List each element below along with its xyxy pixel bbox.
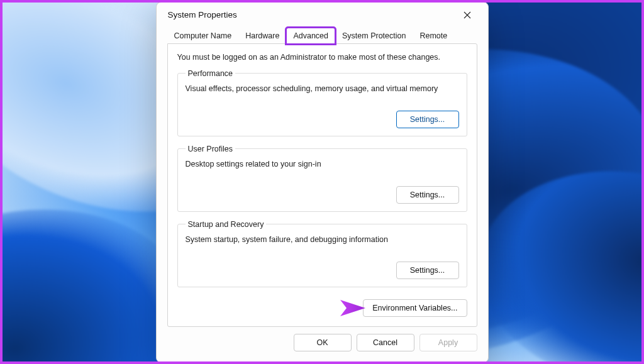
tab-strip: Computer Name Hardware Advanced System P… (167, 28, 477, 44)
environment-variables-button[interactable]: Environment Variables... (363, 299, 467, 317)
tab-system-protection[interactable]: System Protection (335, 28, 413, 44)
close-button[interactable] (453, 5, 482, 25)
startup-recovery-group: Startup and Recovery System startup, sys… (177, 220, 467, 287)
dialog-title: System Properties (168, 10, 453, 19)
user-profiles-legend: User Profiles (186, 145, 236, 153)
tab-remote[interactable]: Remote (413, 28, 454, 44)
user-profiles-desc: Desktop settings related to your sign-in (186, 160, 459, 168)
user-profiles-group: User Profiles Desktop settings related t… (177, 145, 467, 212)
dialog-footer: OK Cancel Apply (157, 329, 488, 362)
system-properties-dialog: System Properties Computer Name Hardware… (156, 2, 489, 363)
close-icon (464, 11, 471, 19)
startup-recovery-legend: Startup and Recovery (186, 220, 267, 229)
titlebar: System Properties (157, 3, 488, 28)
cancel-button[interactable]: Cancel (357, 334, 414, 351)
tab-hardware[interactable]: Hardware (238, 28, 286, 44)
ok-button[interactable]: OK (294, 334, 352, 351)
svg-marker-3 (340, 300, 365, 316)
tab-computer-name[interactable]: Computer Name (167, 28, 239, 44)
tab-advanced[interactable]: Advanced (286, 28, 335, 44)
performance-desc: Visual effects, processor scheduling, me… (186, 84, 459, 93)
annotation-arrow-icon (260, 297, 367, 319)
startup-recovery-settings-button[interactable]: Settings... (396, 262, 459, 279)
performance-legend: Performance (186, 69, 236, 78)
apply-button[interactable]: Apply (419, 334, 477, 351)
admin-note-text: You must be logged on as an Administrato… (177, 53, 467, 62)
performance-settings-button[interactable]: Settings... (396, 111, 459, 128)
advanced-tab-panel: You must be logged on as an Administrato… (167, 43, 477, 327)
performance-group: Performance Visual effects, processor sc… (177, 69, 467, 136)
user-profiles-settings-button[interactable]: Settings... (396, 186, 459, 204)
startup-recovery-desc: System startup, system failure, and debu… (186, 235, 459, 244)
